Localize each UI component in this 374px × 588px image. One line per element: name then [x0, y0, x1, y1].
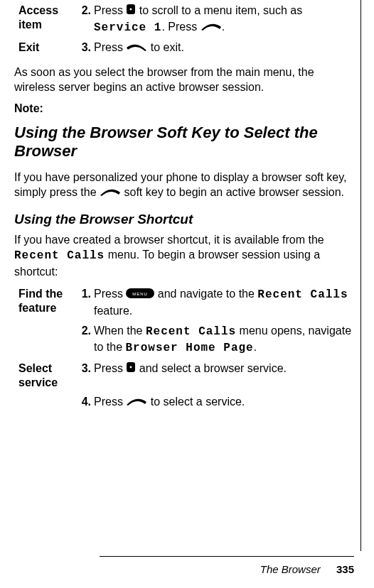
text: .	[254, 341, 257, 353]
step-label: Select service	[14, 361, 78, 390]
content: Access item 2. Press to scroll to a menu…	[14, 3, 354, 410]
step-number: 3.	[78, 40, 94, 56]
text: to exit.	[147, 41, 184, 53]
step-find-feature-1: Find the feature 1. Press MENU and navig…	[14, 286, 354, 318]
paragraph: If you have personalized your phone to d…	[14, 170, 354, 201]
paragraph: As soon as you select the browser from t…	[14, 65, 354, 95]
text: Press	[94, 396, 126, 408]
text: and select a browser service.	[136, 362, 287, 374]
mono-text: Service 1	[94, 21, 161, 34]
left-softkey-icon	[126, 40, 147, 56]
side-rule	[360, 0, 361, 551]
text: . Press	[161, 21, 200, 33]
mono-text: Recent Calls	[257, 288, 348, 301]
note-label: Note:	[14, 102, 354, 115]
text: .	[222, 21, 225, 33]
right-softkey-icon	[100, 185, 121, 201]
footer-title: The Browser	[260, 563, 321, 575]
step-body: 2. Press to scroll to a menu item, such …	[78, 3, 354, 36]
step-number: 4.	[78, 394, 94, 410]
step-label: Access item	[14, 3, 78, 32]
scroll-key-icon	[126, 361, 136, 377]
step-number: 2.	[78, 3, 94, 36]
step-body: 3. Press to exit.	[78, 40, 354, 56]
page-footer: The Browser 335	[260, 563, 354, 575]
text: feature.	[94, 305, 132, 317]
step-text: Press and select a browser service.	[94, 361, 354, 377]
paragraph: If you have created a browser shortcut, …	[14, 232, 354, 280]
step-text: Press to select a service.	[94, 394, 354, 410]
step-select-service-4: 4. Press to select a service.	[14, 394, 354, 410]
step-text: When the Recent Calls menu opens, naviga…	[94, 323, 354, 356]
text: Press	[94, 362, 126, 374]
step-body: 2. When the Recent Calls menu opens, nav…	[78, 323, 354, 356]
step-text: Press MENU and navigate to the Recent Ca…	[94, 286, 354, 318]
page: Access item 2. Press to scroll to a menu…	[0, 0, 374, 588]
step-number: 2.	[78, 323, 94, 356]
step-exit: Exit 3. Press to exit.	[14, 40, 354, 56]
scroll-key-icon	[126, 4, 136, 19]
step-body: 3. Press and select a browser service.	[78, 361, 354, 377]
svg-point-5	[130, 366, 132, 368]
step-body: 1. Press MENU and navigate to the Recent…	[78, 286, 354, 318]
menu-key-icon: MENU	[126, 287, 154, 303]
mono-text: Recent Calls	[146, 325, 236, 338]
svg-text:MENU: MENU	[133, 292, 149, 296]
right-softkey-icon	[201, 20, 222, 36]
svg-point-1	[130, 9, 132, 11]
text: When the	[94, 325, 146, 337]
text: to select a service.	[147, 396, 245, 408]
text: and navigate to the	[154, 288, 257, 300]
step-label-empty	[14, 394, 78, 395]
subsection-heading: Using the Browser Shortcut	[14, 211, 354, 228]
step-label: Find the feature	[14, 286, 78, 315]
text: Press	[94, 4, 126, 16]
footer-rule	[100, 556, 354, 557]
page-number: 335	[336, 563, 354, 575]
step-select-service-3: Select service 3. Press and select a bro…	[14, 361, 354, 390]
step-find-feature-2: 2. When the Recent Calls menu opens, nav…	[14, 323, 354, 356]
step-label-empty	[14, 323, 78, 324]
mono-text: Recent Calls	[14, 249, 105, 262]
step-text: Press to exit.	[94, 40, 354, 56]
step-text: Press to scroll to a menu item, such as …	[94, 3, 354, 36]
step-access-item: Access item 2. Press to scroll to a menu…	[14, 3, 354, 36]
step-number: 3.	[78, 361, 94, 377]
mono-text: Browser Home Page	[125, 342, 253, 354]
step-label: Exit	[14, 40, 78, 55]
right-softkey-icon	[126, 395, 147, 410]
text: Press	[94, 288, 126, 300]
text: Press	[94, 41, 126, 53]
text: to scroll to a menu item, such as	[136, 4, 302, 16]
section-heading: Using the Browser Soft Key to Select the…	[14, 124, 354, 161]
text: soft key to begin an active browser sess…	[121, 186, 344, 198]
step-body: 4. Press to select a service.	[78, 394, 354, 410]
text: If you have created a browser shortcut, …	[14, 234, 324, 246]
step-number: 1.	[78, 286, 94, 318]
